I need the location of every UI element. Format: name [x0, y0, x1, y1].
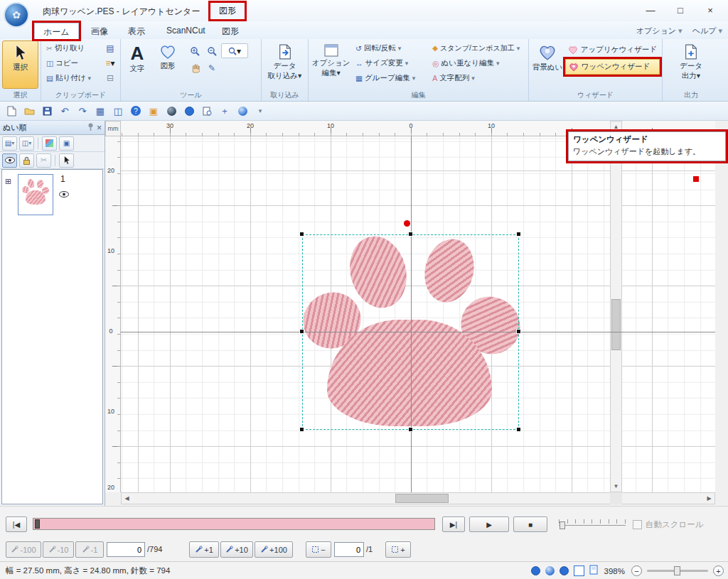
- scroll-left-icon[interactable]: ◀: [122, 493, 132, 504]
- applique-wizard-button[interactable]: アップリケウィザード: [565, 42, 660, 58]
- zoom-in-button[interactable]: +: [713, 566, 724, 576]
- undo-icon[interactable]: ↶: [58, 104, 72, 118]
- auto-scroll-checkbox[interactable]: [633, 520, 642, 529]
- zoom-in-button[interactable]: [187, 43, 203, 58]
- zoom-select-dropdown[interactable]: ▾: [221, 43, 248, 58]
- redo-icon[interactable]: ↷: [75, 104, 90, 118]
- layer-order-button[interactable]: ◫▾: [19, 136, 34, 151]
- resize-button[interactable]: ↔サイズ変更▾: [353, 55, 428, 70]
- scroll-right-icon[interactable]: ▶: [704, 493, 714, 504]
- tab-shape[interactable]: 図形: [213, 23, 247, 39]
- close-button[interactable]: ×: [695, 0, 725, 20]
- stitch-start-point[interactable]: [404, 220, 410, 227]
- frame-next-button[interactable]: +: [385, 541, 411, 558]
- background-sew-button[interactable]: 背景ぬい: [531, 40, 564, 89]
- expand-icon[interactable]: ⊞: [5, 177, 11, 186]
- frame-edit-button[interactable]: ▣: [59, 136, 74, 151]
- text-arrange-button[interactable]: A文字配列▾: [429, 70, 526, 85]
- paste-special-button[interactable]: ▤: [102, 40, 118, 55]
- tab-home[interactable]: ホーム: [34, 23, 79, 39]
- rotate-flip-button[interactable]: ↺回転/反転▾: [353, 40, 428, 55]
- scroll-down-icon[interactable]: ▼: [611, 481, 621, 492]
- copy-button[interactable]: ◫コピー: [43, 55, 81, 70]
- stitch-plus-100-button[interactable]: +100: [255, 541, 293, 558]
- stitch-view-icon[interactable]: [164, 104, 178, 118]
- selection-handle-nw[interactable]: [299, 232, 304, 237]
- text-tool-button[interactable]: A 文字: [123, 40, 151, 89]
- zoom-out-button[interactable]: [204, 43, 220, 58]
- panel-close-icon[interactable]: ×: [97, 123, 102, 133]
- selection-handle-se[interactable]: [516, 427, 521, 432]
- app-logo[interactable]: ✿: [4, 2, 29, 28]
- speed-slider[interactable]: [559, 519, 626, 529]
- toolbar-more-dropdown[interactable]: ▾: [253, 104, 267, 118]
- help-icon[interactable]: ?: [129, 104, 143, 118]
- stamp-emboss-button[interactable]: ◆スタンプ/エンボス加工▾: [429, 40, 526, 55]
- hscroll-thumb[interactable]: [395, 494, 449, 503]
- stitch-minus-100-button[interactable]: -100: [6, 541, 41, 558]
- options-menu[interactable]: オプション ▾: [636, 26, 682, 36]
- measure-tool-button[interactable]: ✎: [204, 60, 220, 75]
- stitch-current-input[interactable]: [107, 542, 145, 557]
- sewing-attributes-button[interactable]: ≡▾: [102, 55, 118, 70]
- view-mode-outline-icon[interactable]: [574, 566, 584, 576]
- design-canvas[interactable]: [121, 136, 715, 492]
- tab-view[interactable]: 表示: [119, 23, 154, 39]
- realistic-view-icon[interactable]: [182, 104, 196, 118]
- delete-button[interactable]: ⊟: [102, 70, 118, 85]
- panel-select-button[interactable]: [59, 153, 74, 168]
- select-tool-button[interactable]: 選択: [2, 40, 38, 89]
- frame-select-button[interactable]: ▤▾: [2, 136, 17, 151]
- zoom-out-button[interactable]: −: [631, 566, 642, 576]
- save-icon[interactable]: [40, 104, 54, 118]
- vscroll-thumb[interactable]: [611, 299, 621, 350]
- zoom-slider-handle[interactable]: [674, 566, 680, 575]
- data-import-button[interactable]: データ 取り込み▾: [264, 40, 306, 89]
- view-mode-realistic-icon[interactable]: [545, 566, 555, 575]
- data-output-button[interactable]: データ 出力▾: [670, 40, 712, 89]
- color-sort-button[interactable]: [42, 136, 57, 151]
- print-preview-icon[interactable]: [200, 104, 214, 118]
- stitch-minus-1-button[interactable]: -1: [75, 541, 104, 558]
- design-settings-icon[interactable]: ▣: [146, 104, 161, 118]
- design-page-icon[interactable]: [589, 565, 598, 577]
- pan-view-icon[interactable]: +: [218, 104, 232, 118]
- sphere-view-icon[interactable]: [235, 104, 250, 118]
- stop-button[interactable]: ■: [513, 516, 547, 532]
- tab-image[interactable]: 画像: [82, 23, 117, 39]
- zoom-slider[interactable]: [647, 570, 708, 572]
- lock-button[interactable]: [19, 153, 34, 168]
- stitch-progress-slider[interactable]: [33, 518, 435, 530]
- view-mode-stitch-icon[interactable]: [531, 566, 540, 575]
- overlap-edit-button[interactable]: ◎ぬい重なり編集▾: [429, 55, 526, 70]
- frame-current-input[interactable]: [334, 542, 364, 557]
- frame-prev-button[interactable]: −: [306, 541, 331, 558]
- stitch-plus-10-button[interactable]: +10: [220, 541, 253, 558]
- maximize-button[interactable]: □: [665, 0, 695, 20]
- cut-stitch-button[interactable]: ✂: [36, 153, 51, 168]
- pin-icon[interactable]: [87, 123, 94, 133]
- item-visible-toggle[interactable]: [59, 190, 69, 200]
- help-menu[interactable]: ヘルプ ▾: [692, 26, 722, 36]
- option-edit-button[interactable]: オプション 編集▾: [311, 40, 351, 89]
- go-end-button[interactable]: ▶|: [442, 516, 465, 532]
- selection-handle-sw[interactable]: [299, 427, 304, 432]
- stitch-plus-1-button[interactable]: +1: [189, 541, 219, 558]
- open-folder-icon[interactable]: [22, 104, 36, 118]
- group-edit-button[interactable]: ▦グループ編集▾: [353, 70, 428, 85]
- sew-order-thumbnail[interactable]: [18, 174, 53, 215]
- selection-box[interactable]: [302, 234, 519, 430]
- tab-scanncut[interactable]: ScanNCut: [158, 23, 214, 39]
- minimize-button[interactable]: —: [636, 0, 665, 20]
- window-layout-icon[interactable]: ◫: [111, 104, 125, 118]
- stitch-minus-10-button[interactable]: -10: [43, 541, 74, 558]
- selection-handle-s[interactable]: [408, 427, 413, 432]
- shape-tool-button[interactable]: 図形: [153, 40, 183, 89]
- view-mode-solid-icon[interactable]: [560, 566, 569, 575]
- speed-slider-handle[interactable]: [560, 521, 565, 529]
- property-grid-icon[interactable]: ▦: [93, 104, 107, 118]
- go-start-button[interactable]: |◀: [6, 516, 27, 532]
- selection-handle-ne[interactable]: [516, 232, 521, 237]
- selection-handle-n[interactable]: [408, 232, 413, 237]
- slider-handle[interactable]: [35, 519, 40, 529]
